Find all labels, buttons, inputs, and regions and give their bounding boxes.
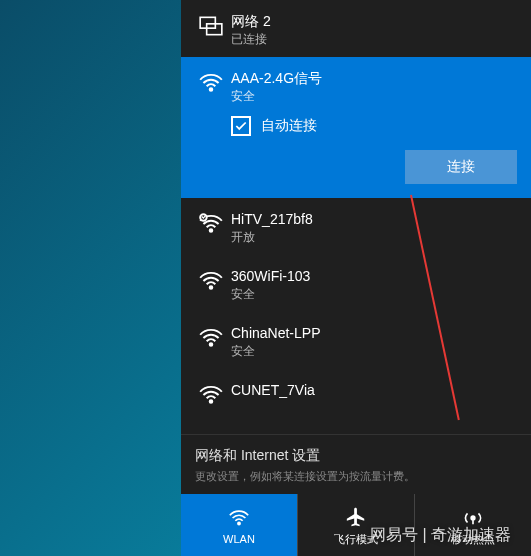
network-info: 360WiFi-103 安全 [231,265,517,302]
network-info: HiTV_217bf8 开放 [231,208,517,245]
tab-label: 移动热点 [451,532,495,547]
network-info: CUNET_7Via [231,379,517,411]
network-info: AAA-2.4G信号 安全 [231,67,517,104]
network-status: 已连接 [231,31,517,47]
wlan-tab[interactable]: WLAN [181,494,297,556]
svg-point-2 [210,88,213,91]
network-name: CUNET_7Via [231,381,517,399]
network-name: HiTV_217bf8 [231,210,517,228]
tab-label: 飞行模式 [334,532,378,547]
wifi-icon [228,505,250,531]
network-settings-link[interactable]: 网络和 Internet 设置 更改设置，例如将某连接设置为按流量计费。 [181,434,531,494]
tab-label: WLAN [223,533,255,545]
svg-point-6 [210,343,213,346]
airplane-icon [345,504,367,530]
wifi-network-item[interactable]: ChinaNet-LPP 安全 [181,312,531,369]
svg-point-7 [210,400,213,403]
wifi-icon [195,322,227,354]
wifi-secured-icon [195,208,227,240]
svg-rect-0 [200,17,215,28]
svg-point-5 [210,286,213,289]
network-name: 360WiFi-103 [231,267,517,285]
selected-wifi-item[interactable]: AAA-2.4G信号 安全 自动连接 连接 [181,57,531,198]
wifi-network-item[interactable]: 360WiFi-103 安全 [181,255,531,312]
network-status: 安全 [231,343,517,359]
network-status: 开放 [231,229,517,245]
auto-connect-row[interactable]: 自动连接 [195,104,517,150]
ethernet-icon [195,10,227,42]
network-info: 网络 2 已连接 [231,10,517,47]
quick-action-tabs: WLAN 飞行模式 移动热点 [181,494,531,556]
network-info: ChinaNet-LPP 安全 [231,322,517,359]
svg-rect-1 [207,24,222,35]
available-networks-list: HiTV_217bf8 开放 360WiFi-103 安全 ChinaNet-L… [181,198,531,434]
hotspot-tab[interactable]: 移动热点 [414,494,531,556]
wifi-network-item[interactable]: HiTV_217bf8 开放 [181,198,531,255]
auto-connect-checkbox[interactable] [231,116,251,136]
settings-description: 更改设置，例如将某连接设置为按流量计费。 [195,469,517,484]
wifi-network-item[interactable]: CUNET_7Via [181,369,531,415]
svg-point-3 [210,229,213,232]
network-name: 网络 2 [231,12,517,30]
network-name: AAA-2.4G信号 [231,69,517,87]
network-status: 安全 [231,88,517,104]
connect-button[interactable]: 连接 [405,150,517,184]
hotspot-icon [462,504,484,530]
svg-point-9 [471,516,475,520]
settings-title: 网络和 Internet 设置 [195,447,517,465]
wifi-icon [195,67,227,99]
wifi-icon [195,265,227,297]
auto-connect-label: 自动连接 [261,117,317,135]
ethernet-network-item[interactable]: 网络 2 已连接 [181,0,531,57]
airplane-mode-tab[interactable]: 飞行模式 [297,494,414,556]
svg-point-8 [238,522,240,524]
network-name: ChinaNet-LPP [231,324,517,342]
wifi-icon [195,379,227,411]
wifi-flyout-panel: 网络 2 已连接 AAA-2.4G信号 安全 自动连接 连接 [181,0,531,556]
network-status: 安全 [231,286,517,302]
